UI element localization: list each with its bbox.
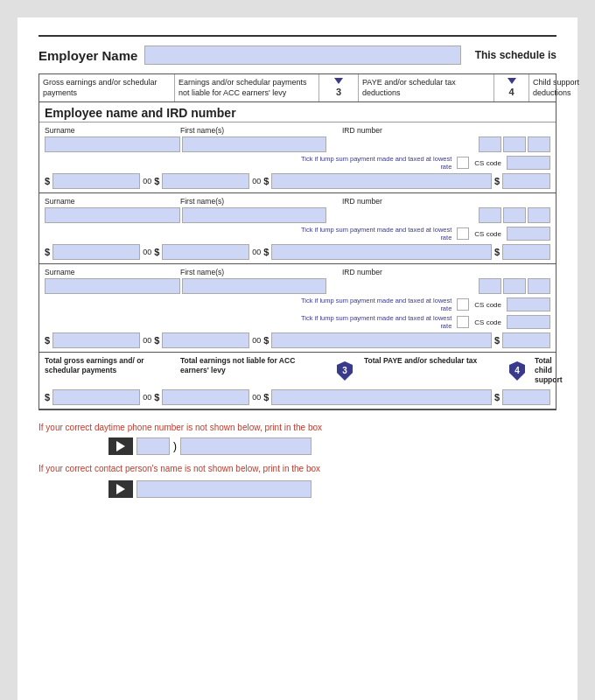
firstname-label-1: First name(s) [180, 126, 325, 135]
row1-name-inputs [45, 136, 550, 152]
cs-input-3b[interactable] [507, 315, 550, 329]
lump-label-3b: Tick if lump sum payment made and taxed … [294, 314, 452, 330]
arrow-right-icon-2 [116, 484, 125, 494]
ird-box-3b[interactable] [503, 278, 526, 294]
cents-2a: 00 [143, 248, 151, 256]
not-liable-input-3[interactable] [162, 332, 249, 348]
dollar-1d: $ [494, 176, 500, 186]
lump-label-3a: Tick if lump sum payment made and taxed … [294, 297, 452, 312]
cs-label-3b: CS code [474, 318, 501, 326]
gross-input-3[interactable] [52, 332, 140, 348]
tick-box-3b[interactable] [457, 316, 469, 328]
ird-boxes-1 [328, 136, 550, 152]
phone-row: ) [38, 438, 556, 455]
contact-arrow-box [108, 480, 133, 498]
ird-label-2: IRD number [325, 197, 550, 206]
not-liable-input-2[interactable] [162, 244, 249, 260]
ird-box-3c[interactable] [528, 278, 550, 294]
total-label-2: Total earnings not liable for ACC earner… [180, 356, 325, 385]
total-cs-input[interactable] [502, 389, 550, 405]
firstname-input-1[interactable] [182, 136, 326, 152]
phone-arrow-box [108, 438, 133, 455]
dollar-2a: $ [45, 247, 50, 257]
svg-text:4: 4 [514, 366, 520, 375]
paye-input-3[interactable] [271, 332, 491, 348]
employer-label: Employer Name [38, 48, 137, 63]
row3-labels: Surname First name(s) IRD number [45, 268, 550, 276]
tick-box-2[interactable] [457, 228, 469, 240]
dollar-t3: $ [263, 392, 269, 402]
gross-input-1[interactable] [52, 173, 140, 189]
arrow-right-icon [116, 441, 125, 452]
ird-box-1a[interactable] [479, 136, 501, 152]
total-paye-input[interactable] [271, 389, 491, 405]
cs-input-1[interactable] [507, 156, 550, 170]
ird-box-3a[interactable] [479, 278, 501, 294]
area-code-input[interactable] [136, 438, 170, 455]
totals-amounts-row: $ 00 $ 00 $ $ [45, 389, 550, 405]
cs-input-2[interactable] [507, 227, 550, 241]
cs-input-3a[interactable] [507, 298, 550, 312]
ird-label-1: IRD number [325, 126, 550, 135]
total-gross-input[interactable] [52, 389, 140, 405]
dollar-1b: $ [154, 176, 159, 186]
not-liable-input-1[interactable] [162, 173, 249, 189]
amounts-row-1: $ 00 $ 00 $ $ [45, 173, 550, 189]
contact-row [38, 480, 556, 498]
surname-input-1[interactable] [45, 136, 180, 152]
surname-label-2: Surname [45, 197, 180, 206]
dollar-1a: $ [45, 176, 50, 186]
ird-box-2c[interactable] [528, 207, 550, 223]
cents-1b: 00 [252, 177, 261, 186]
tick-box-1[interactable] [457, 157, 469, 169]
total-label-3: Total PAYE and/or schedular tax [364, 356, 500, 385]
cs-label-1: CS code [474, 159, 501, 167]
top-divider [38, 35, 556, 37]
ird-box-2b[interactable] [503, 207, 526, 223]
ird-label-3: IRD number [325, 268, 550, 276]
row2-name-inputs [45, 207, 550, 223]
cs-amount-input-3[interactable] [502, 332, 550, 348]
row1-labels: Surname First name(s) IRD number [45, 126, 550, 135]
lump-cs-row-2: Tick if lump sum payment made and taxed … [45, 226, 550, 242]
shield-4: 4 [500, 356, 535, 385]
gross-input-2[interactable] [52, 244, 140, 260]
employee-section-header: Employee name and IRD number [39, 102, 556, 122]
surname-input-3[interactable] [45, 278, 180, 294]
phone-input[interactable] [180, 438, 312, 455]
ird-boxes-3 [328, 278, 550, 294]
ird-box-1c[interactable] [528, 136, 550, 152]
col-header-4-num: 4 [494, 74, 529, 102]
dollar-3d: $ [494, 335, 500, 346]
dollar-3c: $ [263, 335, 269, 346]
cs-label-3a: CS code [474, 301, 501, 309]
surname-input-2[interactable] [45, 207, 180, 223]
dollar-3a: $ [45, 335, 50, 346]
dollar-1c: $ [263, 176, 269, 186]
amounts-row-2: $ 00 $ 00 $ $ [45, 244, 550, 260]
cs-amount-input-1[interactable] [502, 173, 550, 189]
cs-amount-input-2[interactable] [502, 244, 550, 260]
paye-input-2[interactable] [271, 244, 491, 260]
lump-cs-row-3b: Tick if lump sum payment made and taxed … [45, 314, 550, 330]
paye-input-1[interactable] [271, 173, 491, 189]
cents-3b: 00 [252, 336, 261, 345]
tick-box-3a[interactable] [457, 298, 469, 311]
cents-2b: 00 [252, 248, 261, 256]
ird-box-2a[interactable] [479, 207, 501, 223]
cents-tb: 00 [252, 393, 261, 402]
chevron-down-icon [334, 78, 343, 84]
employer-name-input[interactable] [144, 46, 460, 65]
firstname-label-3: First name(s) [180, 268, 325, 276]
lump-cs-row-1: Tick if lump sum payment made and taxed … [45, 155, 550, 171]
total-not-liable-input[interactable] [162, 389, 249, 405]
cs-label-2: CS code [474, 230, 501, 238]
contact-name-input[interactable] [136, 480, 312, 498]
col-header-3: PAYE and/or schedular tax deductions [359, 74, 494, 102]
ird-box-1b[interactable] [503, 136, 526, 152]
total-label-1: Total gross earnings and/ or schedular p… [45, 356, 180, 385]
firstname-label-2: First name(s) [180, 197, 325, 206]
firstname-input-2[interactable] [182, 207, 326, 223]
firstname-input-3[interactable] [182, 278, 326, 294]
chevron-down-icon-2 [508, 78, 516, 84]
